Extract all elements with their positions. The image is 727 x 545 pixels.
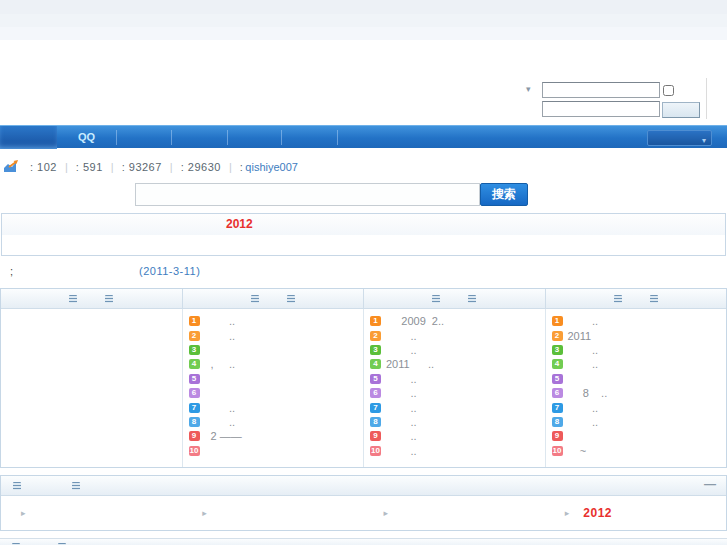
nav-separator xyxy=(227,130,228,145)
ranking-list-item[interactable]: 6 .. xyxy=(370,386,545,400)
title-glyph-icon xyxy=(72,482,80,490)
ranking-list-item[interactable]: 6 8 .. xyxy=(552,386,727,400)
arrow-right-icon: ▸ xyxy=(21,508,26,518)
stats-bar: : 102 | : 591 | : 93267 | : 29630 | : qi… xyxy=(4,160,298,174)
ranking-list-item[interactable]: 1 .. xyxy=(189,314,364,328)
ranking-list-item[interactable]: 9 xyxy=(552,429,727,443)
search-button[interactable]: 搜索 xyxy=(480,183,528,206)
ranking-list-item[interactable]: 1 2009 2.. xyxy=(370,314,545,328)
ranking-list-item[interactable]: 10 xyxy=(189,444,364,458)
top-band xyxy=(0,0,727,14)
login-type-caret-icon[interactable]: ▾ xyxy=(526,84,531,94)
rank-6-badge-icon: 6 xyxy=(189,388,200,398)
password-input[interactable] xyxy=(542,101,660,117)
collapse-icon[interactable]: — xyxy=(704,477,716,491)
ranking-item-text: .. xyxy=(386,387,417,399)
ranking-list-item[interactable]: 1 .. xyxy=(552,314,727,328)
ranking-item-text: .. xyxy=(568,358,599,370)
search-input[interactable] xyxy=(135,183,480,206)
nav-dropdown[interactable]: ▾ xyxy=(647,130,712,146)
username-link[interactable]: qishiye007 xyxy=(245,161,298,173)
ranking-item-text: .. xyxy=(205,330,236,342)
ranking-list-item[interactable]: 42011 .. xyxy=(370,357,545,371)
ranking-column-3: 1 2009 2..2 ..3 ..42011 ..5 ..6 ..7 ..8 … xyxy=(364,309,546,467)
ranking-item-text: ~ xyxy=(568,445,587,457)
remember-checkbox[interactable] xyxy=(663,85,674,96)
rank-9-badge-icon: 9 xyxy=(370,431,381,441)
ranking-list-item[interactable]: 6 xyxy=(189,386,364,400)
rank-1-badge-icon: 1 xyxy=(552,316,563,326)
rank-4-badge-icon: 4 xyxy=(189,359,200,369)
ranking-list-item[interactable]: 2 .. xyxy=(189,328,364,342)
ranking-list-item[interactable]: 2 .. xyxy=(370,328,545,342)
ranking-list-item[interactable]: 8 .. xyxy=(370,415,545,429)
ranking-list-item[interactable]: 3 .. xyxy=(552,343,727,357)
title-glyph-icon xyxy=(105,295,113,303)
notice-prefix: ; xyxy=(10,265,13,277)
ranking-item-text: , .. xyxy=(205,358,236,370)
title-glyph-icon xyxy=(650,295,658,303)
ranking-list-item[interactable]: 5 xyxy=(552,372,727,386)
nav-tab-3[interactable] xyxy=(171,126,227,149)
nav-separator xyxy=(171,130,172,145)
ranking-item-text: .. xyxy=(386,445,417,457)
bottom-link-3[interactable]: ▸ xyxy=(364,496,545,530)
announcement-row: 2012 xyxy=(2,214,725,235)
ranking-list-item[interactable]: 22011 xyxy=(552,328,727,342)
notice-date-link[interactable]: (2011-3-11) xyxy=(139,265,200,277)
ranking-column-title xyxy=(546,289,727,308)
ranking-list-item[interactable]: 8 .. xyxy=(552,415,727,429)
ranking-column-2: 1 ..2 ..34 , ..567 ..8 ..9 2 ——10 xyxy=(183,309,365,467)
nav-home-tab[interactable] xyxy=(0,126,57,149)
ranking-list-item[interactable]: 3 xyxy=(189,343,364,357)
bottom-link-1[interactable]: ▸ xyxy=(1,496,182,530)
rank-10-badge-icon: 10 xyxy=(189,446,200,456)
ranking-list-item[interactable]: 7 .. xyxy=(189,400,364,414)
ranking-item-text: .. xyxy=(568,344,599,356)
title-glyph-icon xyxy=(69,295,77,303)
rank-6-badge-icon: 6 xyxy=(370,388,381,398)
ranking-list-item[interactable]: 5 .. xyxy=(370,372,545,386)
announcement-highlight-link[interactable]: 2012 xyxy=(226,217,253,231)
ranking-list-item[interactable]: 9 2 —— xyxy=(189,429,364,443)
chart-icon xyxy=(4,160,20,174)
ranking-list-item[interactable]: 9 .. xyxy=(370,429,545,443)
stat-value: : 29630 xyxy=(181,161,221,173)
rank-8-badge-icon: 8 xyxy=(189,417,200,427)
bottom-section-body: ▸ ▸ ▸ ▸ 2012 xyxy=(1,496,726,530)
ranking-item-text: .. xyxy=(205,416,236,428)
arrow-right-icon: ▸ xyxy=(384,508,389,518)
nav-separator xyxy=(116,130,117,145)
title-glyph-icon xyxy=(251,295,259,303)
rank-10-badge-icon: 10 xyxy=(552,446,563,456)
ranking-list-item[interactable]: 3 .. xyxy=(370,343,545,357)
ranking-list-item[interactable]: 7 .. xyxy=(552,400,727,414)
ranking-list-item[interactable]: 5 xyxy=(189,372,364,386)
rank-3-badge-icon: 3 xyxy=(552,345,563,355)
ranking-list-item[interactable]: 4 , .. xyxy=(189,357,364,371)
stat-separator: | xyxy=(111,161,114,173)
rank-7-badge-icon: 7 xyxy=(370,403,381,413)
nav-tab-4[interactable] xyxy=(227,126,281,149)
ranking-header xyxy=(1,289,726,309)
ranking-list-item[interactable]: 10 .. xyxy=(370,444,545,458)
ranking-list-item[interactable]: 7 .. xyxy=(370,400,545,414)
username-input[interactable] xyxy=(542,82,660,98)
nav-separator xyxy=(281,130,282,145)
stat-separator: | xyxy=(65,161,68,173)
bottom-link-4[interactable]: ▸ 2012 xyxy=(545,496,726,530)
bottom-link-2[interactable]: ▸ xyxy=(182,496,363,530)
ranking-list-item[interactable]: 8 .. xyxy=(189,415,364,429)
stat-value: : 102 xyxy=(30,161,57,173)
nav-tab-5[interactable] xyxy=(281,126,337,149)
nav-tab-qq[interactable]: QQ xyxy=(57,126,116,149)
bottom-link-hot-text: 2012 xyxy=(583,506,612,520)
login-button[interactable] xyxy=(662,102,700,118)
ranking-list-item[interactable]: 4 .. xyxy=(552,357,727,371)
rank-9-badge-icon: 9 xyxy=(189,431,200,441)
nav-tab-2[interactable] xyxy=(116,126,171,149)
rank-5-badge-icon: 5 xyxy=(189,374,200,384)
rank-3-badge-icon: 3 xyxy=(189,345,200,355)
rank-3-badge-icon: 3 xyxy=(370,345,381,355)
ranking-list-item[interactable]: 10 ~ xyxy=(552,444,727,458)
